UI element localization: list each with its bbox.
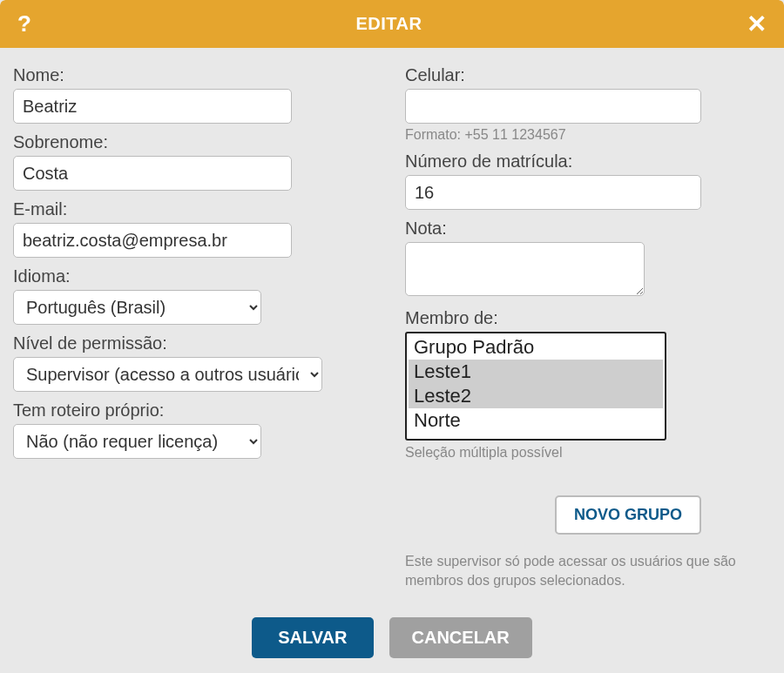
group-option[interactable]: Grupo Padrão <box>409 335 663 360</box>
nota-label: Nota: <box>405 219 701 239</box>
cancelar-button[interactable]: CANCELAR <box>389 617 532 658</box>
email-input[interactable] <box>13 223 292 258</box>
group-option[interactable]: Leste2 <box>409 384 663 408</box>
membro-hint: Seleção múltipla possível <box>405 445 701 461</box>
nota-textarea[interactable] <box>405 242 645 296</box>
nome-label: Nome: <box>13 65 292 85</box>
modal-body: Nome: Sobrenome: E-mail: Idioma: Portugu… <box>0 48 784 600</box>
idioma-label: Idioma: <box>13 266 292 286</box>
permissao-select[interactable]: Supervisor (acesso a outros usuários) <box>13 357 322 392</box>
group-option[interactable]: Leste1 <box>409 360 663 384</box>
help-icon[interactable]: ? <box>17 10 31 37</box>
email-label: E-mail: <box>13 199 292 219</box>
celular-input[interactable] <box>405 89 701 124</box>
membro-select[interactable]: Grupo PadrãoLeste1Leste2Norte <box>405 332 666 441</box>
roteiro-select[interactable]: Não (não requer licença) <box>13 424 261 459</box>
idioma-select[interactable]: Português (Brasil) <box>13 290 261 325</box>
modal-header: ? EDITAR ✕ <box>0 0 784 48</box>
modal-footer: SALVAR CANCELAR <box>0 600 784 673</box>
matricula-input[interactable] <box>405 175 701 210</box>
group-option[interactable]: Norte <box>409 408 663 433</box>
column-right: Celular: Formato: +55 11 1234567 Número … <box>405 65 701 591</box>
column-left: Nome: Sobrenome: E-mail: Idioma: Portugu… <box>13 65 292 591</box>
roteiro-label: Tem roteiro próprio: <box>13 400 292 421</box>
celular-hint: Formato: +55 11 1234567 <box>405 127 701 143</box>
matricula-label: Número de matrícula: <box>405 151 701 172</box>
supervisor-note: Este supervisor só pode acessar os usuár… <box>405 552 749 591</box>
novo-grupo-button[interactable]: NOVO GRUPO <box>555 495 701 535</box>
sobrenome-label: Sobrenome: <box>13 132 292 152</box>
membro-label: Membro de: <box>405 308 701 328</box>
modal-title: EDITAR <box>355 14 422 34</box>
close-icon[interactable]: ✕ <box>747 12 767 37</box>
salvar-button[interactable]: SALVAR <box>252 617 373 658</box>
permissao-label: Nível de permissão: <box>13 333 292 353</box>
sobrenome-input[interactable] <box>13 156 292 191</box>
nome-input[interactable] <box>13 89 292 124</box>
celular-label: Celular: <box>405 65 701 85</box>
